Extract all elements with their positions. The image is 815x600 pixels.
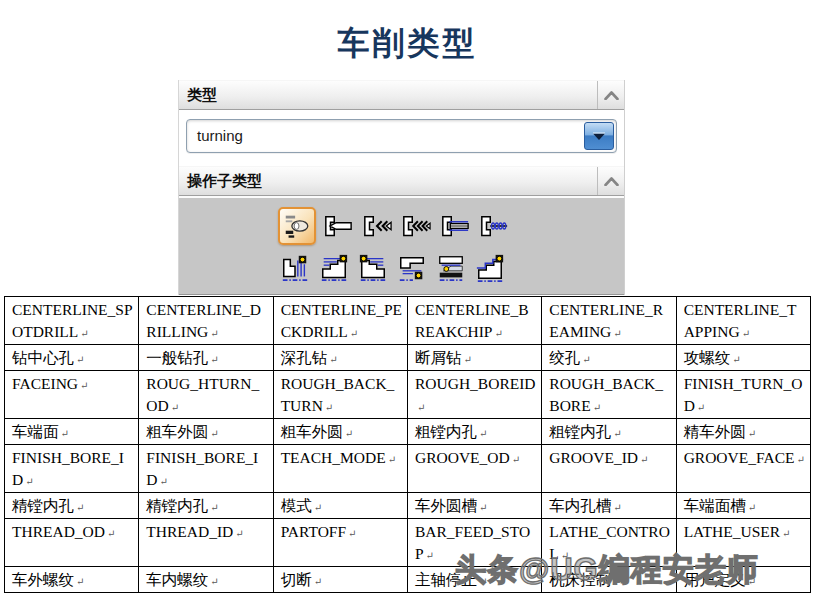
table-cell: THREAD_ID↵: [139, 519, 273, 567]
table-cell-text: 主轴停止: [415, 571, 477, 588]
table-cell-text: CENTERLINE_REAMING: [549, 301, 663, 340]
table-cell: PARTOFF↵: [273, 519, 407, 567]
chevron-up-icon: [604, 172, 619, 190]
icon-rough-back-turn[interactable]: [356, 251, 390, 285]
table-cell: 车端面槽↵: [676, 493, 810, 519]
table-row: FINISH_BORE_ID↵FINISH_BORE_ID↵TEACH_MODE…: [5, 445, 811, 493]
create-operation-dialog: 类型 turning 操作子类型: [178, 80, 625, 295]
table-cell-text: 精镗内孔: [12, 497, 74, 514]
table-cell-text: ROUG_HTURN_OD: [146, 375, 259, 414]
table-cell-text: 车内螺纹: [146, 571, 208, 588]
table-cell-text: CENTERLINE_DRILLING: [146, 301, 261, 340]
end-of-cell-mark-icon: ↵: [329, 354, 337, 365]
end-of-cell-mark-icon: ↵: [76, 576, 84, 587]
end-of-cell-mark-icon: ↵: [732, 354, 740, 365]
end-of-cell-mark-icon: ↵: [76, 502, 84, 513]
subtype-collapse-button[interactable]: [597, 167, 624, 195]
icon-facing[interactable]: [278, 251, 312, 285]
icon-centerline-tapping[interactable]: [477, 209, 511, 243]
end-of-cell-mark-icon: ↵: [25, 476, 33, 487]
table-cell: FACEING↵: [5, 371, 139, 419]
table-cell: FINISH_BORE_ID↵: [139, 445, 273, 493]
table-cell: CENTERLINE_SPOTDRILL↵: [5, 297, 139, 345]
end-of-cell-mark-icon: ↵: [80, 328, 88, 339]
table-cell-text: 车端面槽: [684, 497, 746, 514]
subtype-table: CENTERLINE_SPOTDRILL↵CENTERLINE_DRILLING…: [4, 296, 811, 593]
end-of-cell-mark-icon: ↵: [748, 428, 756, 439]
icon-finish-turn-od[interactable]: [473, 251, 507, 285]
icon-rough-bore-id[interactable]: [395, 251, 429, 285]
icon-centerline-breakchip[interactable]: [399, 209, 433, 243]
table-cell-text: 粗车外圆: [146, 423, 208, 440]
dropdown-arrow-button[interactable]: [584, 122, 614, 150]
table-row: CENTERLINE_SPOTDRILL↵CENTERLINE_DRILLING…: [5, 297, 811, 345]
chevron-up-icon: [604, 86, 619, 104]
type-section-header: 类型: [179, 80, 624, 110]
table-cell-text: 模式: [281, 497, 312, 514]
table-cell-text: CENTERLINE_TAPPING: [684, 301, 797, 340]
operation-table-wrap: CENTERLINE_SPOTDRILL↵CENTERLINE_DRILLING…: [4, 296, 811, 593]
end-of-cell-mark-icon: ↵: [76, 354, 84, 365]
table-cell: 精镗内孔↵: [139, 493, 273, 519]
table-cell: 用户定义↵: [676, 567, 810, 593]
end-of-cell-mark-icon: ↵: [325, 402, 333, 413]
table-row: 车外螺纹↵车内螺纹↵切断↵主轴停止↵机床控制↵用户定义↵: [5, 567, 811, 593]
table-cell: LATHE_CONTROL↵: [542, 519, 676, 567]
end-of-cell-mark-icon: ↵: [613, 428, 621, 439]
table-cell-text: GROOVE_ID: [549, 449, 638, 466]
end-of-cell-mark-icon: ↵: [417, 402, 425, 413]
table-cell-text: THREAD_ID: [146, 523, 233, 540]
table-cell: 切断↵: [273, 567, 407, 593]
end-of-cell-mark-icon: ↵: [613, 502, 621, 513]
table-row: 精镗内孔↵精镗内孔↵模式↵车外圆槽↵车内孔槽↵车端面槽↵: [5, 493, 811, 519]
type-dropdown-value: turning: [187, 120, 616, 152]
table-cell: CENTERLINE_TAPPING↵: [676, 297, 810, 345]
icon-centerline-peckdrill[interactable]: [360, 209, 394, 243]
table-cell: GROOVE_FACE↵: [676, 445, 810, 493]
facing-icon: [280, 253, 310, 283]
table-cell: GROOVE_OD↵: [407, 445, 541, 493]
icon-centerline-drilling[interactable]: [321, 209, 355, 243]
table-cell: CENTERLINE_DRILLING↵: [139, 297, 273, 345]
subtype-icon-row-2: [278, 247, 624, 289]
icon-rough-turn-od[interactable]: [317, 251, 351, 285]
type-collapse-button[interactable]: [597, 81, 624, 109]
end-of-cell-mark-icon: ↵: [561, 550, 569, 561]
centerline-tapping-icon: [479, 211, 509, 241]
table-cell-text: 深孔钻: [281, 349, 328, 366]
table-cell: 模式↵: [273, 493, 407, 519]
end-of-cell-mark-icon: ↵: [348, 528, 356, 539]
end-of-cell-mark-icon: ↵: [748, 576, 756, 587]
table-row: THREAD_OD↵THREAD_ID↵PARTOFF↵BAR_FEED_STO…: [5, 519, 811, 567]
table-cell: 粗车外圆↵: [139, 419, 273, 445]
table-cell: BAR_FEED_STOP↵: [407, 519, 541, 567]
table-cell: CENTERLINE_REAMING↵: [542, 297, 676, 345]
end-of-cell-mark-icon: ↵: [512, 454, 520, 465]
end-of-cell-mark-icon: ↵: [160, 476, 168, 487]
subtype-icon-row-1: [278, 205, 624, 247]
icon-centerline-spotdrill[interactable]: [278, 207, 316, 245]
table-cell: 钻中心孔↵: [5, 345, 139, 371]
end-of-cell-mark-icon: ↵: [388, 454, 396, 465]
subtype-section-header: 操作子类型: [179, 166, 624, 196]
table-cell: CENTERLINE_PECKDRILL↵: [273, 297, 407, 345]
icon-rough-back-bore[interactable]: [434, 251, 468, 285]
table-cell: 精镗内孔↵: [5, 493, 139, 519]
centerline-drilling-icon: [323, 211, 353, 241]
table-cell-text: PARTOFF: [281, 523, 346, 540]
end-of-cell-mark-icon: ↵: [463, 354, 471, 365]
end-of-cell-mark-icon: ↵: [479, 502, 487, 513]
table-cell: 深孔钻↵: [273, 345, 407, 371]
table-cell: 粗车外圆↵: [273, 419, 407, 445]
table-cell: ROUG_HTURN_OD↵: [139, 371, 273, 419]
table-cell: 车内螺纹↵: [139, 567, 273, 593]
centerline-spotdrill-icon: [282, 211, 312, 241]
table-cell-text: CENTERLINE_SPOTDRILL: [12, 301, 133, 340]
icon-centerline-reaming[interactable]: [438, 209, 472, 243]
table-cell-text: 粗镗内孔: [549, 423, 611, 440]
subtype-icon-panel: [179, 196, 624, 295]
table-cell-text: ROUGH_BACK_TURN: [281, 375, 395, 414]
type-dropdown[interactable]: turning: [186, 119, 617, 153]
table-cell: 车外圆槽↵: [407, 493, 541, 519]
end-of-cell-mark-icon: ↵: [697, 402, 705, 413]
